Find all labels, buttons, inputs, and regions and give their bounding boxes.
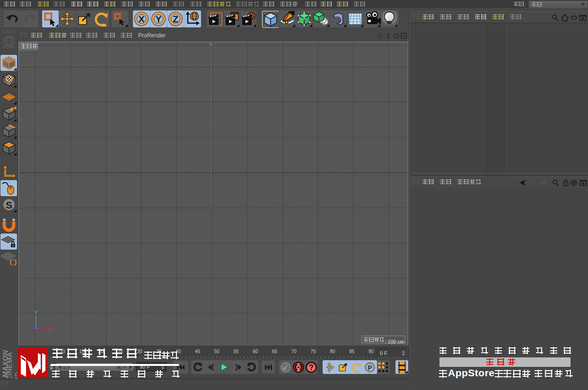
- svg-text:Y: Y: [34, 310, 38, 315]
- svg-text:S: S: [5, 199, 12, 210]
- svg-text:Y: Y: [156, 14, 162, 24]
- svg-text:X: X: [48, 326, 52, 331]
- svg-text:P: P: [368, 364, 372, 371]
- svg-text:Z: Z: [173, 14, 178, 24]
- svg-text:X: X: [139, 14, 145, 24]
- svg-text:?: ?: [309, 364, 314, 372]
